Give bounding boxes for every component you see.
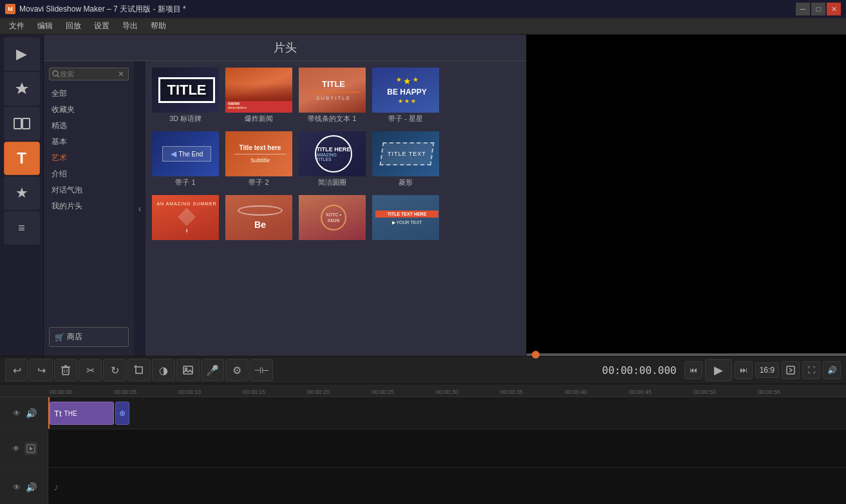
volume-button[interactable]: 🔊 bbox=[823, 361, 841, 379]
export-frame-button[interactable] bbox=[782, 361, 800, 379]
play-icon bbox=[26, 444, 35, 453]
template-row3a[interactable]: AN AMAZING SUMMER I bbox=[151, 194, 220, 245]
video-preview-icon[interactable] bbox=[24, 442, 37, 455]
search-clear-button[interactable]: ✕ bbox=[118, 70, 124, 79]
row3b-text: Be bbox=[254, 219, 266, 230]
stars-row: ★ ★ ★ bbox=[396, 76, 418, 86]
preview-progressbar[interactable] bbox=[527, 353, 846, 356]
tool-list[interactable]: ≡ bbox=[4, 211, 40, 245]
row3d-text1: TITLE TEXT HERE bbox=[378, 212, 435, 216]
tool-fx[interactable] bbox=[4, 72, 40, 106]
template-band1-label: 带子 1 bbox=[152, 176, 219, 190]
menu-file[interactable]: 文件 bbox=[3, 19, 31, 33]
tool-media[interactable]: ▶ bbox=[4, 37, 40, 71]
tool-title[interactable]: T bbox=[4, 142, 40, 175]
search-bar[interactable]: ✕ bbox=[49, 68, 129, 80]
svg-rect-12 bbox=[183, 366, 193, 374]
clip-text-icon: Tt bbox=[54, 409, 62, 418]
lines-title: TITLE bbox=[322, 79, 345, 89]
circle-sub: AMAZING TITLES bbox=[316, 153, 351, 162]
progress-line bbox=[527, 353, 846, 356]
audio-button[interactable]: 🎤 bbox=[201, 359, 224, 381]
settings-button[interactable]: ⚙ bbox=[225, 359, 249, 381]
diamond-shape: TITLE TEXT bbox=[379, 142, 434, 165]
track-eye-button[interactable]: 👁 bbox=[11, 407, 23, 419]
crop-button[interactable] bbox=[127, 359, 151, 381]
title-text: Movavi Slideshow Maker – 7 天试用版 - 新项目 * bbox=[19, 4, 186, 15]
crop-icon bbox=[133, 364, 145, 376]
clip-motion[interactable]: ⊕ bbox=[115, 402, 129, 425]
track-mute-button[interactable]: 🔊 bbox=[25, 407, 37, 419]
cat-all[interactable]: 全部 bbox=[44, 86, 134, 102]
cat-intro[interactable]: 介绍 bbox=[44, 166, 134, 182]
menu-settings[interactable]: 设置 bbox=[88, 19, 116, 33]
template-star[interactable]: ★ ★ ★ BE HAPPY ★ ★ ★ bbox=[371, 66, 440, 127]
color-button[interactable]: ◑ bbox=[152, 359, 175, 381]
menu-playback[interactable]: 回放 bbox=[59, 19, 88, 33]
svg-point-2 bbox=[53, 71, 58, 76]
collapse-button[interactable]: ‹ bbox=[134, 61, 146, 356]
template-band1[interactable]: ◀ The End 带子 1 bbox=[151, 130, 220, 191]
template-row3d[interactable]: TITLE TEXT HERE ▶ YOUR TEXT bbox=[371, 194, 440, 245]
fullscreen-button[interactable]: ⛶ bbox=[802, 361, 820, 379]
undo-button[interactable]: ↩ bbox=[5, 359, 28, 381]
cat-mytitle[interactable]: 我的片头 bbox=[44, 198, 134, 214]
music-note-icon: ♪ bbox=[53, 481, 59, 493]
template-diamond[interactable]: TITLE TEXT 菱形 bbox=[371, 130, 440, 191]
tool-filter[interactable]: ★ bbox=[4, 176, 40, 210]
close-button[interactable]: ✕ bbox=[827, 3, 841, 15]
maximize-button[interactable]: □ bbox=[811, 3, 825, 15]
cat-art[interactable]: 艺术 bbox=[44, 150, 134, 166]
template-lines[interactable]: TITLE SUBTITLE 带线条的文本 1 bbox=[297, 66, 367, 127]
template-row3b[interactable]: Be bbox=[224, 194, 294, 245]
timeline: 00:00:00 00:00:05 00:00:10 00:00:15 00:0… bbox=[0, 384, 846, 504]
templates-panel: 片头 ✕ 全部 收藏夹 精选 基本 艺术 bbox=[44, 35, 527, 356]
template-3d-title[interactable]: TITLE 3D 标语牌 bbox=[151, 66, 220, 127]
cat-bubble[interactable]: 对话气泡 bbox=[44, 182, 134, 198]
clip-title[interactable]: Tt THE bbox=[50, 402, 114, 425]
search-input[interactable] bbox=[60, 70, 118, 78]
menu-edit[interactable]: 编辑 bbox=[31, 19, 59, 33]
menu-export[interactable]: 导出 bbox=[116, 19, 144, 33]
ruler-35: 00:00:35 bbox=[500, 389, 523, 395]
rotate-button[interactable]: ↻ bbox=[103, 359, 126, 381]
menubar: 文件 编辑 回放 设置 导出 帮助 bbox=[0, 18, 846, 35]
split-button[interactable]: ⊣⊢ bbox=[250, 359, 273, 381]
template-explode[interactable]: name description 爆炸新闻 bbox=[224, 66, 294, 127]
search-icon bbox=[52, 70, 60, 78]
video-track: 👁 bbox=[0, 429, 846, 468]
tool-transition[interactable] bbox=[4, 107, 40, 140]
cat-selected[interactable]: 精选 bbox=[44, 118, 134, 134]
progress-dot[interactable] bbox=[532, 351, 540, 359]
delete-button[interactable] bbox=[54, 359, 77, 381]
next-frame-button[interactable]: ⏭ bbox=[735, 361, 753, 379]
prev-frame-button[interactable]: ⏮ bbox=[684, 361, 702, 379]
cat-favorites[interactable]: 收藏夹 bbox=[44, 102, 134, 118]
panel-title: 片头 bbox=[44, 35, 526, 61]
menu-help[interactable]: 帮助 bbox=[144, 19, 173, 33]
video-eye-button[interactable]: 👁 bbox=[10, 443, 22, 454]
templates-row-2: ◀ The End 带子 1 Title text here Subtitle bbox=[151, 130, 521, 191]
ruler-15: 00:00:15 bbox=[243, 389, 265, 395]
template-row3c[interactable]: XOTC • XMJN bbox=[297, 194, 367, 245]
aspect-ratio: 16:9 bbox=[755, 362, 779, 378]
minimize-button[interactable]: ─ bbox=[796, 3, 810, 15]
template-band2[interactable]: Title text here Subtitle 带子 2 bbox=[224, 130, 294, 191]
svg-rect-0 bbox=[14, 118, 21, 129]
track-content-text: Tt THE ⊕ bbox=[48, 397, 846, 429]
music-eye-button[interactable]: 👁 bbox=[11, 481, 23, 493]
track-content-video bbox=[48, 429, 846, 467]
ruler-55: 00:00:55 bbox=[758, 389, 780, 395]
shop-button[interactable]: 🛒 商店 bbox=[49, 327, 129, 347]
ruler-5: 00:00:05 bbox=[114, 389, 136, 395]
cut-button[interactable]: ✂ bbox=[79, 359, 102, 381]
template-diamond-thumb: TITLE TEXT bbox=[372, 131, 440, 176]
play-button[interactable]: ▶ bbox=[705, 359, 732, 381]
circle-border: TITLE HERE AMAZING TITLES bbox=[315, 135, 352, 173]
cat-basic[interactable]: 基本 bbox=[44, 134, 134, 150]
music-mute-button[interactable]: 🔊 bbox=[25, 481, 37, 493]
redo-button[interactable]: ↪ bbox=[30, 359, 53, 381]
ruler-10: 00:00:10 bbox=[178, 389, 201, 395]
image-button[interactable] bbox=[176, 359, 200, 381]
template-circle[interactable]: TITLE HERE AMAZING TITLES 简洁圆圈 bbox=[297, 130, 367, 191]
